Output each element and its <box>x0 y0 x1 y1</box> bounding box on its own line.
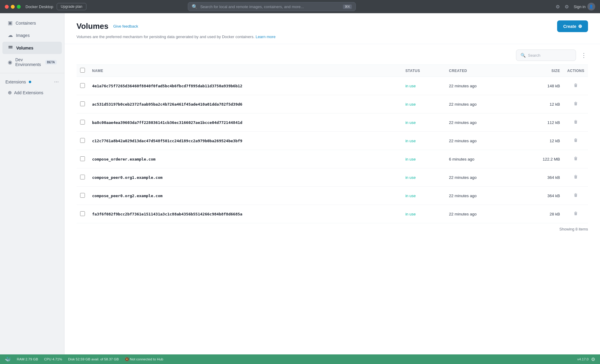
volume-name-text: ba8c00aae4ea39603da7ff228036141cb36ec316… <box>92 120 242 125</box>
statusbar: 🐳 RAM 2.79 GB CPU 4.71% Disk 52.59 GB av… <box>0 354 600 364</box>
sidebar-item-dev-environments[interactable]: ◉ Dev Environments BETA <box>2 55 62 70</box>
ram-status: RAM 2.79 GB <box>17 357 38 361</box>
search-bar-placeholder: Search for local and remote images, cont… <box>200 5 340 9</box>
row-size: 112 kB <box>515 113 564 132</box>
main-layout: ▣ Containers ☁ Images Volumes ◉ Dev Envi… <box>0 13 600 354</box>
row-name: fa3f6f082f9bcc2bf7361e1511431a3c1c88ab43… <box>88 205 402 223</box>
row-size: 364 kB <box>515 187 564 205</box>
status-badge: in use <box>405 84 416 88</box>
row-checkbox-cell <box>76 168 88 187</box>
extensions-section[interactable]: Extensions ⋯ <box>0 76 64 87</box>
global-search-bar[interactable]: 🔍 Search for local and remote images, co… <box>188 2 356 11</box>
row-status: in use <box>402 150 445 168</box>
row-name: ac531d53197b0ceb2372faab95ba2c4b726a461f… <box>88 95 402 113</box>
select-all-checkbox[interactable] <box>80 68 85 73</box>
row-actions <box>564 77 588 95</box>
delete-volume-button-5[interactable] <box>571 173 580 182</box>
table-row: fa3f6f082f9bcc2bf7361e1511431a3c1c88ab43… <box>76 205 588 223</box>
more-options-button[interactable]: ⋮ <box>580 50 588 60</box>
row-created: 6 minutes ago <box>446 150 515 168</box>
table-header: Name Status Created Size Actions <box>76 65 588 77</box>
delete-volume-button-1[interactable] <box>571 100 580 108</box>
page-header: Volumes Give feedback Create ⊕ Volumes a… <box>64 13 600 44</box>
search-icon: 🔍 <box>520 53 526 58</box>
row-name: compose_peer0.org2.example.com <box>88 187 402 205</box>
row-checkbox-5[interactable] <box>80 175 85 179</box>
showing-items: Showing 8 items <box>76 223 588 235</box>
settings-icon[interactable]: ⚙ <box>591 356 595 362</box>
extensions-icon[interactable]: ⚙ <box>556 4 560 10</box>
volume-name-text: compose_peer0.org1.example.com <box>92 175 163 180</box>
status-badge: in use <box>405 139 416 143</box>
sidebar-item-volumes[interactable]: Volumes <box>2 42 62 54</box>
avatar: 👤 <box>587 3 595 11</box>
row-name: ba8c00aae4ea39603da7ff228036141cb36ec316… <box>88 113 402 132</box>
delete-volume-button-7[interactable] <box>571 210 580 218</box>
titlebar-right: ⚙ ⚙ Sign in 👤 <box>556 3 595 11</box>
volumes-search-wrap[interactable]: 🔍 <box>516 50 576 61</box>
row-checkbox-7[interactable] <box>80 211 85 216</box>
row-checkbox-2[interactable] <box>80 120 85 125</box>
keyboard-shortcut-badge: ⌘K <box>343 5 352 9</box>
sidebar: ▣ Containers ☁ Images Volumes ◉ Dev Envi… <box>0 13 64 354</box>
table-row: c12c7761a8b42a029d13dac47d548f501cc24d18… <box>76 132 588 150</box>
row-checkbox-0[interactable] <box>80 83 85 88</box>
volume-name-text: compose_peer0.org2.example.com <box>92 194 163 198</box>
content-area: Volumes Give feedback Create ⊕ Volumes a… <box>64 13 600 354</box>
hub-disconnected-icon: 🔕 <box>125 357 129 361</box>
row-size: 12 kB <box>515 132 564 150</box>
upgrade-plan-button[interactable]: Upgrade plan <box>57 3 86 10</box>
volumes-search-input[interactable] <box>528 53 572 58</box>
row-status: in use <box>402 113 445 132</box>
row-checkbox-4[interactable] <box>80 156 85 161</box>
page-title-row: Volumes Give feedback Create ⊕ <box>76 20 588 32</box>
delete-volume-button-3[interactable] <box>571 137 580 145</box>
delete-volume-button-2[interactable] <box>571 118 580 127</box>
sidebar-item-images[interactable]: ☁ Images <box>2 29 62 41</box>
column-status: Status <box>402 65 445 77</box>
row-size: 122.2 MB <box>515 150 564 168</box>
beta-badge: BETA <box>45 60 57 65</box>
row-checkbox-cell <box>76 77 88 95</box>
row-size: 12 kB <box>515 95 564 113</box>
row-checkbox-cell <box>76 187 88 205</box>
add-extensions-button[interactable]: ⊕ Add Extensions <box>2 88 62 98</box>
delete-volume-button-6[interactable] <box>571 191 580 200</box>
row-created: 22 minutes ago <box>446 77 515 95</box>
minimize-button[interactable] <box>11 5 15 9</box>
sidebar-item-label: Images <box>16 33 30 38</box>
sidebar-item-containers[interactable]: ▣ Containers <box>2 17 62 29</box>
volume-name-text: ac531d53197b0ceb2372faab95ba2c4b726a461f… <box>92 102 242 107</box>
sign-in-button[interactable]: Sign in 👤 <box>574 3 595 11</box>
row-actions <box>564 95 588 113</box>
statusbar-right: v4.17.0 ⚙ <box>577 356 595 362</box>
row-actions <box>564 168 588 187</box>
create-button[interactable]: Create ⊕ <box>557 20 588 32</box>
row-actions <box>564 113 588 132</box>
row-name: 4e1a76c75f7265d36460f8840f0fad5bc4b6fbcd… <box>88 77 402 95</box>
extensions-notification-dot <box>29 81 31 83</box>
row-checkbox-6[interactable] <box>80 193 85 198</box>
version-text: v4.17.0 <box>577 357 589 361</box>
row-checkbox-cell <box>76 95 88 113</box>
settings-icon[interactable]: ⚙ <box>565 4 569 10</box>
row-checkbox-1[interactable] <box>80 101 85 106</box>
containers-icon: ▣ <box>8 20 13 26</box>
row-created: 22 minutes ago <box>446 205 515 223</box>
learn-more-link[interactable]: Learn more <box>256 35 275 39</box>
search-icon: 🔍 <box>192 4 198 10</box>
close-button[interactable] <box>5 5 9 9</box>
row-created: 22 minutes ago <box>446 95 515 113</box>
delete-volume-button-4[interactable] <box>571 155 580 163</box>
row-checkbox-3[interactable] <box>80 138 85 143</box>
delete-volume-button-0[interactable] <box>571 82 580 90</box>
give-feedback-link[interactable]: Give feedback <box>113 24 138 29</box>
volumes-icon <box>8 44 13 51</box>
extensions-more-icon[interactable]: ⋯ <box>54 79 59 85</box>
table-row: ba8c00aae4ea39603da7ff228036141cb36ec316… <box>76 113 588 132</box>
row-checkbox-cell <box>76 150 88 168</box>
create-plus-icon: ⊕ <box>578 23 582 29</box>
maximize-button[interactable] <box>17 5 21 9</box>
toolbar: 🔍 ⋮ <box>76 44 588 65</box>
volume-name-text: compose_orderer.example.com <box>92 157 155 161</box>
